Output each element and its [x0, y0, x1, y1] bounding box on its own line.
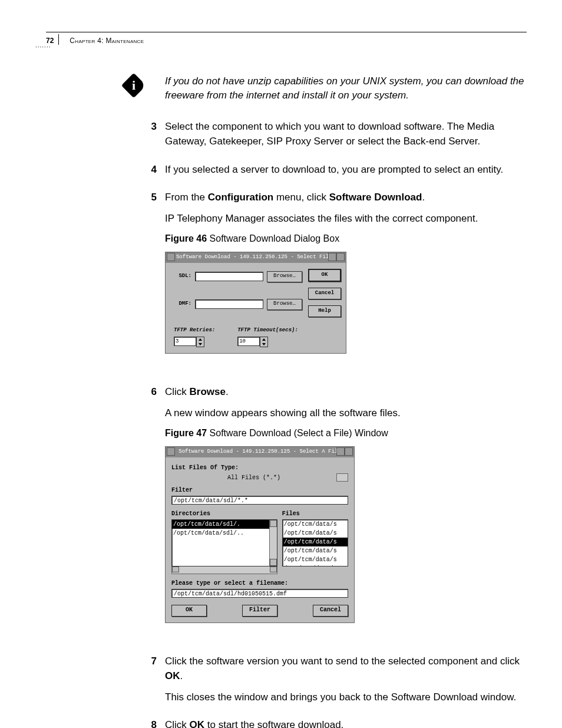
dialog-titlebar: Software Download - 149.112.250.125 - Se… — [166, 447, 354, 457]
tftp-retries-input[interactable]: 3 — [174, 337, 196, 346]
files-label: Files — [282, 509, 348, 518]
filename-label: Please type or select a filename: — [171, 579, 348, 588]
chapter-title: Chapter 4: Maintenance — [70, 34, 144, 45]
step-number: 5 — [148, 190, 157, 377]
step-text: This closes the window and brings you ba… — [165, 690, 527, 705]
step-text: IP Telephony Manager associates the file… — [165, 211, 527, 226]
directories-list[interactable]: /opt/tcm/data/sdl/. /opt/tcm/data/sdl/.. — [171, 519, 277, 566]
list-item[interactable]: /opt/tcm/data/s — [283, 520, 348, 529]
filter-button[interactable]: Filter — [242, 605, 277, 617]
spinner-buttons[interactable] — [196, 337, 204, 347]
info-note: If you do not have unzip capabilities on… — [165, 74, 527, 103]
list-files-type-label: List Files Of Type: — [171, 463, 348, 472]
ok-button[interactable]: OK — [171, 605, 207, 617]
scrollbar[interactable] — [171, 566, 277, 574]
step-number: 8 — [148, 717, 157, 728]
spinner-buttons[interactable] — [260, 337, 268, 347]
dmf-input[interactable] — [195, 299, 263, 309]
sdl-label: SDL: — [174, 272, 191, 281]
system-menu-icon[interactable] — [167, 253, 175, 261]
step-text: If you selected a server to download to,… — [165, 162, 527, 177]
browse-button[interactable]: Browse… — [267, 299, 302, 310]
system-menu-icon[interactable] — [167, 447, 175, 456]
decorative-dots: ······· — [35, 44, 51, 50]
figure-caption: Figure 47 Software Download (Select a Fi… — [165, 426, 527, 440]
list-item[interactable]: /opt/tcm/data/s — [283, 564, 348, 566]
list-item[interactable]: /opt/tcm/data/sdl/.. — [172, 529, 277, 538]
sdl-input[interactable] — [195, 272, 263, 281]
step-text: From the Configuration menu, click Softw… — [165, 190, 527, 205]
cancel-button[interactable]: Cancel — [313, 605, 348, 617]
dialog-title: Software Download - 149.112.250.125 - Se… — [176, 254, 335, 260]
browse-button[interactable]: Browse… — [267, 271, 302, 282]
tftp-timeout-label: TFTP Timeout(secs): — [237, 327, 298, 335]
step-number: 4 — [148, 162, 157, 183]
list-item[interactable]: /opt/tcm/data/sdl/. — [172, 520, 277, 529]
tftp-retries-label: TFTP Retries: — [174, 327, 215, 335]
maximize-icon[interactable] — [345, 447, 353, 456]
dialog-titlebar: Software Download - 149.112.250.125 - Se… — [166, 252, 346, 263]
step-text: A new window appears showing all the sof… — [165, 406, 527, 421]
dropdown-icon[interactable] — [336, 473, 348, 482]
help-button[interactable]: Help — [308, 305, 341, 317]
info-icon — [121, 73, 146, 98]
dialog-title: Software Download - 149.112.250.125 - Se… — [178, 449, 340, 454]
select-file-dialog: Software Download - 149.112.250.125 - Se… — [165, 446, 355, 623]
minimize-icon[interactable] — [328, 253, 336, 261]
file-type-value: All Files (*.*) — [171, 473, 336, 482]
figure-caption: Figure 46 Software Download Dialog Box — [165, 232, 527, 246]
scrollbar[interactable] — [269, 520, 277, 566]
file-type-combo[interactable]: All Files (*.*) — [171, 473, 348, 482]
maximize-icon[interactable] — [336, 253, 345, 261]
files-list[interactable]: /opt/tcm/data/s /opt/tcm/data/s /opt/tcm… — [282, 519, 348, 566]
step-text: Select the component to which you want t… — [165, 119, 527, 149]
list-item[interactable]: /opt/tcm/data/s — [283, 555, 348, 564]
directories-label: Directories — [171, 509, 277, 518]
filter-input[interactable]: /opt/tcm/data/sdl/*.* — [171, 496, 348, 505]
software-download-dialog: Software Download - 149.112.250.125 - Se… — [165, 252, 346, 354]
step-number: 6 — [148, 384, 157, 647]
minimize-icon[interactable] — [336, 447, 345, 456]
list-item[interactable]: /opt/tcm/data/s — [283, 529, 348, 538]
filter-label: Filter — [171, 486, 348, 495]
filename-input[interactable]: /opt/tcm/data/sdl/hd01050515.dmf — [171, 589, 348, 598]
step-number: 7 — [148, 654, 157, 711]
list-item[interactable]: /opt/tcm/data/s — [283, 546, 348, 555]
step-text: Click OK to start the software download. — [165, 717, 527, 728]
step-text: Click Browse. — [165, 384, 527, 400]
cancel-button[interactable]: Cancel — [308, 288, 341, 299]
header-rule — [46, 32, 527, 32]
ok-button[interactable]: OK — [308, 269, 341, 282]
tftp-timeout-input[interactable]: 10 — [237, 337, 260, 346]
step-number: 3 — [148, 119, 157, 155]
step-text: Click the software version you want to s… — [165, 654, 527, 684]
list-item[interactable]: /opt/tcm/data/s — [283, 538, 348, 546]
dmf-label: DMF: — [174, 300, 191, 308]
